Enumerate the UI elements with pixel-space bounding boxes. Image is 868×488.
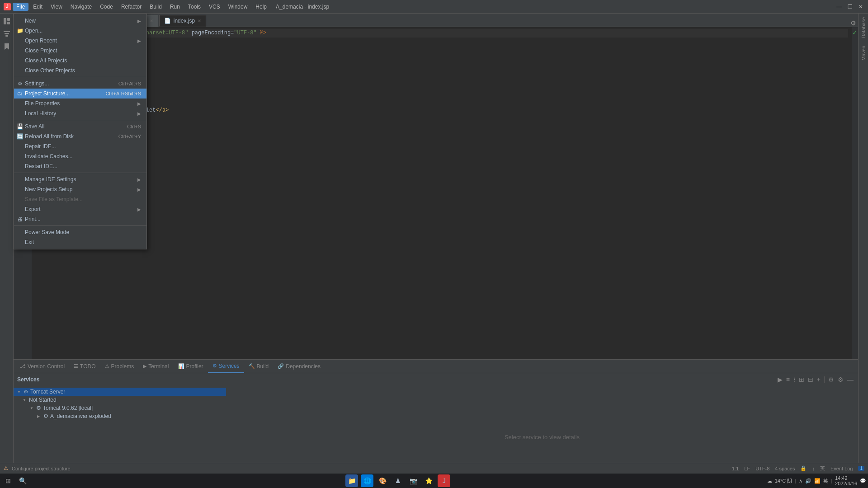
- tomcat-local-expand[interactable]: ▼: [30, 406, 34, 410]
- menu-item-settings[interactable]: ⚙ Settings... Ctrl+Alt+S: [14, 79, 146, 89]
- configure-project-text[interactable]: Configure project structure: [12, 466, 71, 471]
- menu-item-manage-ide[interactable]: Manage IDE Settings ▶: [14, 174, 146, 184]
- menu-item-power-save[interactable]: Power Save Mode: [14, 227, 146, 237]
- left-sidebar: [0, 14, 14, 488]
- not-started-expand[interactable]: ▼: [23, 398, 27, 402]
- menu-item-invalidate-caches[interactable]: Invalidate Caches...: [14, 151, 146, 161]
- taskbar-app-files[interactable]: 📁: [345, 474, 358, 487]
- tab-settings-icon[interactable]: ⚙: [850, 19, 856, 27]
- menu-item-restart-ide[interactable]: Restart IDE...: [14, 161, 146, 171]
- services-minimize-icon[interactable]: —: [846, 375, 854, 384]
- tab-index-jsp[interactable]: 📄 index.jsp ✕: [159, 15, 206, 27]
- taskbar-app-paint[interactable]: 🎨: [376, 474, 389, 487]
- services-run-button[interactable]: ▶: [777, 375, 783, 384]
- menu-item-new-projects-setup[interactable]: New Projects Setup ▶: [14, 184, 146, 194]
- services-filter-button[interactable]: ⊟: [807, 375, 814, 384]
- menu-item-repair-ide[interactable]: Repair IDE...: [14, 141, 146, 151]
- menu-tools[interactable]: Tools: [184, 3, 204, 11]
- services-settings-icon[interactable]: ⚙: [827, 375, 835, 384]
- code-line-10: <a href="hello-servlet">Hello Servlet</a…: [35, 106, 848, 115]
- volume-icon[interactable]: 🔊: [805, 478, 811, 484]
- menu-item-close-other-projects[interactable]: Close Other Projects: [14, 66, 146, 75]
- tab-profiler[interactable]: 📊 Profiler: [174, 360, 208, 373]
- menu-item-file-properties[interactable]: File Properties ▶: [14, 99, 146, 108]
- menu-vcs[interactable]: VCS: [205, 3, 224, 11]
- menu-item-close-project[interactable]: Close Project: [14, 46, 146, 56]
- menu-item-export[interactable]: Export ▶: [14, 204, 146, 214]
- tab-todo[interactable]: ☰ TODO: [69, 360, 100, 373]
- encoding[interactable]: UTF-8: [755, 466, 769, 471]
- tab-services[interactable]: ⚙ Services: [208, 360, 244, 373]
- status-bar: ⚠ Configure project structure 1:1 LF UTF…: [0, 463, 868, 474]
- right-panel-database[interactable]: Database: [859, 14, 868, 42]
- notification-icon[interactable]: 💬: [860, 478, 866, 484]
- menu-item-save-all[interactable]: 💾 Save All Ctrl+S: [14, 122, 146, 131]
- taskbar-app-chess[interactable]: ♟: [392, 474, 404, 487]
- menu-edit[interactable]: Edit: [29, 3, 46, 11]
- services-collapse-button[interactable]: ≡: [785, 375, 791, 384]
- menu-refactor[interactable]: Refactor: [118, 3, 145, 11]
- menu-item-open-recent[interactable]: Open Recent ▶: [14, 36, 146, 46]
- tomcat-server-expand[interactable]: ▼: [17, 390, 22, 394]
- menu-item-exit[interactable]: Exit: [14, 237, 146, 247]
- sidebar-bookmarks-icon[interactable]: [1, 41, 13, 52]
- start-button[interactable]: ⊞: [2, 474, 14, 487]
- menu-item-local-history[interactable]: Local History ▶: [14, 108, 146, 118]
- tab-problems[interactable]: ⚠ Problems: [100, 360, 139, 373]
- war-expand[interactable]: ▶: [37, 414, 42, 418]
- right-panel-maven[interactable]: Maven: [859, 42, 868, 64]
- code-line-12: </html>: [35, 123, 848, 132]
- tab-build[interactable]: 🔨 Build: [244, 360, 274, 373]
- menu-item-new[interactable]: New ▶: [14, 16, 146, 26]
- services-gear-icon[interactable]: ⚙: [837, 375, 844, 384]
- menu-item-save-as-template[interactable]: Save File as Template...: [14, 194, 146, 204]
- sidebar-structure-icon[interactable]: [1, 28, 13, 40]
- tab-terminal[interactable]: ▶ Terminal: [138, 360, 173, 373]
- index-jsp-close[interactable]: ✕: [198, 19, 201, 23]
- event-log[interactable]: Event Log: [830, 466, 853, 471]
- menu-window[interactable]: Window: [225, 3, 251, 11]
- services-add-button[interactable]: +: [816, 375, 821, 384]
- tab-version-control[interactable]: ⎇ Version Control: [15, 360, 69, 373]
- git-icon[interactable]: ↕: [812, 466, 815, 471]
- menu-item-reload[interactable]: 🔄 Reload All from Disk Ctrl+Alt+Y: [14, 131, 146, 141]
- menu-navigate[interactable]: Navigate: [67, 3, 95, 11]
- menu-item-open[interactable]: 📁 Open...: [14, 26, 146, 36]
- sidebar-project-icon[interactable]: [1, 15, 13, 27]
- search-button[interactable]: 🔍: [16, 474, 29, 487]
- menu-item-close-all-projects[interactable]: Close All Projects: [14, 56, 146, 66]
- menu-item-project-structure[interactable]: 🗂 Project Structure... Ctrl+Alt+Shift+S: [14, 89, 146, 99]
- up-arrow-icon[interactable]: ∧: [799, 478, 802, 484]
- taskbar-app-browser[interactable]: 🌐: [361, 474, 373, 487]
- code-line-7: <body>: [35, 80, 848, 89]
- taskbar-app-intellij[interactable]: J: [438, 474, 450, 487]
- taskbar-app-camera[interactable]: 📷: [407, 474, 420, 487]
- menu-build[interactable]: Build: [146, 3, 165, 11]
- line-ending[interactable]: LF: [744, 466, 750, 471]
- menu-file[interactable]: File: [13, 3, 28, 11]
- tree-item-not-started[interactable]: ▼ Not Started: [14, 396, 226, 404]
- indent-size[interactable]: 4 spaces: [775, 466, 795, 471]
- tree-item-tomcat-server[interactable]: ▼ ⚙ Tomcat Server: [14, 388, 226, 396]
- tree-item-war-exploded[interactable]: ▶ ⚙ A_demacia:war exploded: [14, 412, 226, 420]
- tab-dependencies[interactable]: 🔗 Dependencies: [273, 360, 325, 373]
- menu-code[interactable]: Code: [96, 3, 117, 11]
- network-icon[interactable]: 📶: [814, 478, 821, 484]
- lang-icon[interactable]: 英: [820, 465, 825, 472]
- code-line-6: </head>: [35, 72, 848, 80]
- lock-icon[interactable]: 🔒: [800, 465, 807, 471]
- cursor-position[interactable]: 1:1: [732, 466, 739, 471]
- minimize-button[interactable]: —: [835, 3, 843, 10]
- taskbar-app-star[interactable]: ⭐: [422, 474, 435, 487]
- menu-run[interactable]: Run: [166, 3, 184, 11]
- services-group-button[interactable]: ⊞: [798, 375, 805, 384]
- services-expand-button[interactable]: ⁝: [793, 375, 796, 384]
- menu-help[interactable]: Help: [252, 3, 270, 11]
- close-button[interactable]: ✕: [857, 3, 864, 10]
- code-area[interactable]: <%@ page contentType="text/html; charset…: [32, 27, 852, 359]
- hello-servlet-close[interactable]: ✕: [150, 19, 153, 23]
- maximize-button[interactable]: ❐: [846, 3, 854, 10]
- tree-item-tomcat-local[interactable]: ▼ ⚙ Tomcat 9.0.62 [local]: [14, 404, 226, 412]
- menu-item-print[interactable]: 🖨 Print...: [14, 214, 146, 224]
- menu-view[interactable]: View: [47, 3, 66, 11]
